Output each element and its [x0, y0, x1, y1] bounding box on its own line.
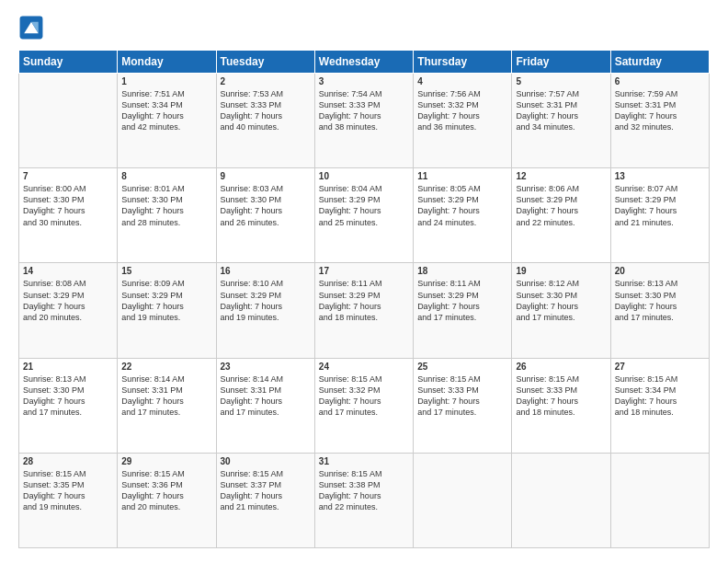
cell-date: 23 — [221, 362, 311, 372]
calendar-cell: 24Sunrise: 8:15 AM Sunset: 3:32 PM Dayli… — [314, 358, 413, 453]
calendar-cell: 2Sunrise: 7:53 AM Sunset: 3:33 PM Daylig… — [216, 74, 314, 168]
calendar-cell: 3Sunrise: 7:54 AM Sunset: 3:33 PM Daylig… — [314, 74, 413, 168]
cell-date: 8 — [121, 171, 211, 181]
logo — [18, 15, 48, 40]
week-row-5: 28Sunrise: 8:15 AM Sunset: 3:35 PM Dayli… — [19, 453, 710, 547]
calendar-cell: 11Sunrise: 8:05 AM Sunset: 3:29 PM Dayli… — [414, 168, 512, 263]
calendar-cell: 26Sunrise: 8:15 AM Sunset: 3:33 PM Dayli… — [512, 358, 610, 453]
calendar-cell: 31Sunrise: 8:15 AM Sunset: 3:38 PM Dayli… — [314, 453, 413, 547]
cell-date: 20 — [615, 266, 705, 276]
header — [18, 15, 710, 40]
header-cell-friday: Friday — [512, 51, 610, 74]
cell-info: Sunrise: 8:15 AM Sunset: 3:36 PM Dayligh… — [121, 468, 211, 513]
calendar-cell: 30Sunrise: 8:15 AM Sunset: 3:37 PM Dayli… — [216, 453, 314, 547]
logo-icon — [18, 15, 44, 40]
calendar-cell: 20Sunrise: 8:13 AM Sunset: 3:30 PM Dayli… — [610, 263, 709, 358]
cell-date: 19 — [516, 266, 606, 276]
cell-date: 2 — [221, 76, 311, 86]
cell-info: Sunrise: 8:03 AM Sunset: 3:30 PM Dayligh… — [221, 183, 311, 228]
cell-date: 3 — [319, 76, 409, 86]
cell-date: 22 — [121, 362, 211, 372]
cell-date: 16 — [221, 266, 311, 276]
cell-date: 17 — [319, 266, 409, 276]
header-cell-sunday: Sunday — [19, 51, 118, 74]
cell-date: 13 — [615, 171, 705, 181]
calendar-cell: 25Sunrise: 8:15 AM Sunset: 3:33 PM Dayli… — [414, 358, 512, 453]
week-row-1: 1Sunrise: 7:51 AM Sunset: 3:34 PM Daylig… — [19, 74, 710, 168]
calendar-cell: 16Sunrise: 8:10 AM Sunset: 3:29 PM Dayli… — [216, 263, 314, 358]
cell-date: 9 — [221, 171, 311, 181]
header-cell-saturday: Saturday — [610, 51, 709, 74]
cell-info: Sunrise: 7:54 AM Sunset: 3:33 PM Dayligh… — [319, 88, 409, 133]
calendar-table: SundayMondayTuesdayWednesdayThursdayFrid… — [18, 50, 710, 548]
cell-info: Sunrise: 8:15 AM Sunset: 3:32 PM Dayligh… — [319, 373, 409, 419]
cell-date: 21 — [23, 362, 113, 372]
cell-date: 26 — [516, 362, 606, 372]
calendar-cell: 9Sunrise: 8:03 AM Sunset: 3:30 PM Daylig… — [216, 168, 314, 263]
cell-date: 1 — [121, 76, 211, 86]
calendar-cell: 14Sunrise: 8:08 AM Sunset: 3:29 PM Dayli… — [19, 263, 118, 358]
calendar-cell — [512, 453, 610, 547]
calendar-cell: 23Sunrise: 8:14 AM Sunset: 3:31 PM Dayli… — [216, 358, 314, 453]
cell-date: 7 — [23, 171, 113, 181]
cell-info: Sunrise: 8:08 AM Sunset: 3:29 PM Dayligh… — [23, 278, 113, 323]
cell-date: 14 — [23, 266, 113, 276]
cell-info: Sunrise: 8:15 AM Sunset: 3:34 PM Dayligh… — [615, 373, 705, 419]
cell-info: Sunrise: 8:09 AM Sunset: 3:29 PM Dayligh… — [121, 278, 211, 323]
calendar-cell: 22Sunrise: 8:14 AM Sunset: 3:31 PM Dayli… — [118, 358, 216, 453]
cell-date: 29 — [121, 456, 211, 466]
calendar-cell: 17Sunrise: 8:11 AM Sunset: 3:29 PM Dayli… — [314, 263, 413, 358]
cell-info: Sunrise: 8:15 AM Sunset: 3:37 PM Dayligh… — [221, 468, 311, 513]
cell-info: Sunrise: 8:01 AM Sunset: 3:30 PM Dayligh… — [121, 183, 211, 228]
cell-date: 15 — [121, 266, 211, 276]
cell-info: Sunrise: 7:51 AM Sunset: 3:34 PM Dayligh… — [121, 88, 211, 133]
calendar-cell: 21Sunrise: 8:13 AM Sunset: 3:30 PM Dayli… — [19, 358, 118, 453]
page: SundayMondayTuesdayWednesdayThursdayFrid… — [0, 0, 728, 563]
cell-date: 12 — [516, 171, 606, 181]
header-cell-wednesday: Wednesday — [314, 51, 413, 74]
header-cell-tuesday: Tuesday — [216, 51, 314, 74]
calendar-cell: 18Sunrise: 8:11 AM Sunset: 3:29 PM Dayli… — [414, 263, 512, 358]
cell-info: Sunrise: 8:10 AM Sunset: 3:29 PM Dayligh… — [221, 278, 311, 323]
calendar-cell: 10Sunrise: 8:04 AM Sunset: 3:29 PM Dayli… — [314, 168, 413, 263]
cell-date: 5 — [516, 76, 606, 86]
week-row-2: 7Sunrise: 8:00 AM Sunset: 3:30 PM Daylig… — [19, 168, 710, 263]
calendar-cell: 4Sunrise: 7:56 AM Sunset: 3:32 PM Daylig… — [414, 74, 512, 168]
cell-date: 11 — [417, 171, 507, 181]
calendar-cell — [610, 453, 709, 547]
cell-info: Sunrise: 8:14 AM Sunset: 3:31 PM Dayligh… — [221, 373, 311, 419]
cell-info: Sunrise: 8:00 AM Sunset: 3:30 PM Dayligh… — [23, 183, 113, 228]
calendar-cell: 7Sunrise: 8:00 AM Sunset: 3:30 PM Daylig… — [19, 168, 118, 263]
calendar-cell: 5Sunrise: 7:57 AM Sunset: 3:31 PM Daylig… — [512, 74, 610, 168]
calendar-header: SundayMondayTuesdayWednesdayThursdayFrid… — [19, 51, 710, 74]
cell-info: Sunrise: 8:15 AM Sunset: 3:38 PM Dayligh… — [319, 468, 409, 513]
cell-info: Sunrise: 8:11 AM Sunset: 3:29 PM Dayligh… — [417, 278, 507, 323]
calendar-cell: 8Sunrise: 8:01 AM Sunset: 3:30 PM Daylig… — [118, 168, 216, 263]
cell-date: 28 — [23, 456, 113, 466]
cell-info: Sunrise: 7:53 AM Sunset: 3:33 PM Dayligh… — [221, 88, 311, 133]
calendar-cell — [19, 74, 118, 168]
cell-date: 6 — [615, 76, 705, 86]
cell-date: 24 — [319, 362, 409, 372]
calendar-cell: 27Sunrise: 8:15 AM Sunset: 3:34 PM Dayli… — [610, 358, 709, 453]
cell-info: Sunrise: 8:05 AM Sunset: 3:29 PM Dayligh… — [417, 183, 507, 228]
calendar-cell: 13Sunrise: 8:07 AM Sunset: 3:29 PM Dayli… — [610, 168, 709, 263]
calendar-cell: 12Sunrise: 8:06 AM Sunset: 3:29 PM Dayli… — [512, 168, 610, 263]
cell-info: Sunrise: 8:12 AM Sunset: 3:30 PM Dayligh… — [516, 278, 606, 323]
cell-info: Sunrise: 8:13 AM Sunset: 3:30 PM Dayligh… — [23, 373, 113, 419]
cell-date: 10 — [319, 171, 409, 181]
cell-info: Sunrise: 7:57 AM Sunset: 3:31 PM Dayligh… — [516, 88, 606, 133]
calendar-cell: 28Sunrise: 8:15 AM Sunset: 3:35 PM Dayli… — [19, 453, 118, 547]
week-row-4: 21Sunrise: 8:13 AM Sunset: 3:30 PM Dayli… — [19, 358, 710, 453]
week-row-3: 14Sunrise: 8:08 AM Sunset: 3:29 PM Dayli… — [19, 263, 710, 358]
cell-info: Sunrise: 8:04 AM Sunset: 3:29 PM Dayligh… — [319, 183, 409, 228]
calendar-body: 1Sunrise: 7:51 AM Sunset: 3:34 PM Daylig… — [19, 74, 710, 548]
header-cell-monday: Monday — [118, 51, 216, 74]
cell-info: Sunrise: 8:07 AM Sunset: 3:29 PM Dayligh… — [615, 183, 705, 228]
cell-date: 18 — [417, 266, 507, 276]
calendar-cell: 6Sunrise: 7:59 AM Sunset: 3:31 PM Daylig… — [610, 74, 709, 168]
cell-info: Sunrise: 8:15 AM Sunset: 3:33 PM Dayligh… — [516, 373, 606, 419]
calendar-cell: 15Sunrise: 8:09 AM Sunset: 3:29 PM Dayli… — [118, 263, 216, 358]
header-row: SundayMondayTuesdayWednesdayThursdayFrid… — [19, 51, 710, 74]
cell-info: Sunrise: 8:15 AM Sunset: 3:33 PM Dayligh… — [417, 373, 507, 419]
